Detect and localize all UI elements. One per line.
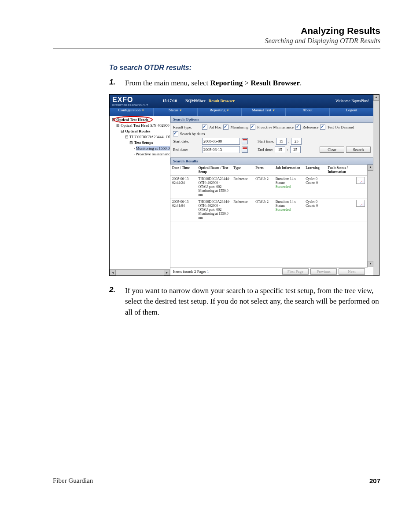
search-options: Result type: Ad Hoc Monitoring Proactive…	[170, 123, 373, 158]
procedure-title: To search OTDR results:	[109, 64, 380, 72]
scroll-left-icon[interactable]: ◄	[110, 270, 116, 275]
step-number: 2.	[109, 286, 119, 318]
chapter-title: Analyzing Results	[53, 26, 380, 36]
results-table: Date / Time Optical Route / Test Setup T…	[170, 165, 368, 221]
checkbox-adhoc[interactable]	[202, 125, 207, 130]
menu-reporting[interactable]: Reporting▼	[198, 108, 242, 116]
menu-status[interactable]: Status▼	[154, 108, 198, 116]
results-v-scrollbar[interactable]: ▲▼	[367, 165, 373, 267]
header-rule	[53, 48, 380, 49]
checkbox-reference[interactable]	[295, 125, 301, 130]
tree-h-scrollbar[interactable]: ◄►	[110, 269, 170, 275]
tree-leaf[interactable]: · Proactive maintenance a	[111, 151, 170, 157]
checkbox-monitoring[interactable]	[223, 125, 228, 130]
end-date-input[interactable]	[202, 146, 240, 153]
scroll-right-icon[interactable]: ►	[164, 270, 170, 275]
tree-node[interactable]: ⊟ Optical Test Head S/N:402900	[111, 123, 170, 128]
logo: EXFO EXPERTISE REACHING OUT	[112, 96, 148, 106]
tree-node[interactable]: ⊟ THC00D0C9A23444- OTH: 4	[111, 134, 170, 140]
col-thumb	[354, 165, 368, 176]
step-number: 1.	[109, 78, 119, 89]
results-panel: Search Options Result type: Ad Hoc Monit…	[170, 116, 373, 275]
chevron-down-icon: ▼	[226, 109, 229, 112]
col-fault[interactable]: Fault Status / Information	[326, 165, 354, 176]
step-2: 2. If you want to narrow down your searc…	[109, 286, 380, 318]
end-date-label: End date:	[173, 147, 200, 152]
start-hour-input[interactable]	[276, 138, 287, 145]
col-learning[interactable]: Learning	[304, 165, 326, 176]
items-found: Items found: 2 Page: 1	[173, 269, 209, 274]
menu-configuration[interactable]: Configuration▼	[110, 108, 154, 116]
step-text: From the main menu, select Reporting > R…	[125, 78, 302, 89]
product-name: Fiber Guardian	[53, 477, 93, 484]
results-area: Date / Time Optical Route / Test Setup T…	[170, 165, 373, 267]
outer-scrollbar[interactable]: ▲	[373, 95, 379, 275]
page-header: Analyzing Results Searching and Displayi…	[53, 26, 380, 45]
end-hour-input[interactable]	[275, 146, 285, 153]
section-title: Searching and Displaying OTDR Results	[53, 37, 380, 45]
checkbox-search-dates[interactable]	[173, 131, 178, 136]
first-page-button[interactable]: First Page	[282, 268, 309, 275]
tree-node[interactable]: ⊟ Optical Routes	[111, 128, 170, 134]
tree-node[interactable]: ⊟ Test Setups	[111, 140, 170, 146]
search-button[interactable]: Search	[346, 147, 371, 153]
col-ports[interactable]: Ports	[254, 165, 273, 176]
app-title: NQMSfiber - Result Browser	[185, 99, 235, 103]
clear-button[interactable]: Clear	[320, 147, 344, 153]
start-min-input[interactable]	[291, 138, 302, 145]
checkbox-ondemand[interactable]	[320, 125, 325, 130]
previous-button[interactable]: Previous	[310, 268, 337, 275]
col-type[interactable]: Type	[232, 165, 254, 176]
clock: 15:17:10	[162, 99, 177, 103]
table-header-row: Date / Time Optical Route / Test Setup T…	[170, 165, 368, 176]
page-number: 207	[369, 477, 380, 484]
search-results-header: Search Results	[170, 158, 373, 165]
start-time-label: Start time:	[258, 139, 274, 143]
page-link[interactable]: 1	[207, 269, 209, 274]
page-footer: Fiber Guardian 207	[53, 477, 380, 484]
screenshot: ▲ EXFO EXPERTISE REACHING OUT 15:17:10 N…	[109, 94, 379, 276]
col-route[interactable]: Optical Route / Test Setup	[197, 165, 232, 176]
tree-view[interactable]: ⊟ Optical Test Heads ⊟ Optical Test Head…	[110, 116, 170, 275]
chevron-down-icon: ▼	[141, 109, 144, 112]
trace-thumbnail-icon[interactable]	[356, 200, 365, 207]
step-1: 1. From the main menu, select Reporting …	[109, 78, 380, 89]
menu-about[interactable]: About	[286, 108, 330, 116]
chevron-down-icon: ▼	[179, 109, 182, 112]
calendar-icon[interactable]	[242, 138, 248, 144]
start-date-input[interactable]	[202, 138, 240, 145]
col-job[interactable]: Job Information	[274, 165, 304, 176]
scroll-up-icon[interactable]: ▲	[368, 165, 373, 171]
col-datetime[interactable]: Date / Time	[170, 165, 197, 176]
chevron-down-icon: ▼	[272, 109, 275, 112]
start-date-label: Start date:	[173, 139, 200, 143]
tree-leaf-selected[interactable]: · Monitoring at 1550.0 nm	[111, 146, 170, 151]
next-button[interactable]: Next	[339, 268, 365, 275]
table-row[interactable]: 2008-06-13 02:41:04 THC00D0C9A23444- OTH…	[170, 198, 368, 221]
menu-manual-test[interactable]: Manual Test▼	[242, 108, 286, 116]
scroll-down-icon[interactable]: ▼	[368, 261, 373, 267]
calendar-icon[interactable]	[242, 147, 248, 153]
trace-thumbnail-icon[interactable]	[356, 177, 365, 184]
table-row[interactable]: 2008-06-13 02:44:24 THC00D0C9A23444- OTH…	[170, 175, 368, 198]
results-footer: Items found: 2 Page: 1 First Page Previo…	[170, 267, 368, 275]
tree-root[interactable]: ⊟ Optical Test Heads	[111, 117, 170, 123]
search-options-header: Search Options	[170, 116, 373, 123]
logo-tagline: EXPERTISE REACHING OUT	[112, 104, 148, 106]
result-type-label: Result type:	[173, 125, 200, 129]
menubar: Configuration▼ Status▼ Reporting▼ Manual…	[110, 108, 373, 116]
step-text: If you want to narrow down your search t…	[125, 286, 380, 318]
end-min-input[interactable]	[290, 146, 301, 153]
welcome-text: Welcome NqmsPlus!	[335, 99, 369, 103]
checkbox-proactive[interactable]	[250, 125, 255, 130]
app-titlebar: EXFO EXPERTISE REACHING OUT 15:17:10 NQM…	[110, 95, 373, 108]
scroll-up-icon[interactable]: ▲	[373, 95, 379, 101]
end-time-label: End time:	[258, 147, 273, 152]
menu-logout[interactable]: Logout	[330, 108, 373, 116]
